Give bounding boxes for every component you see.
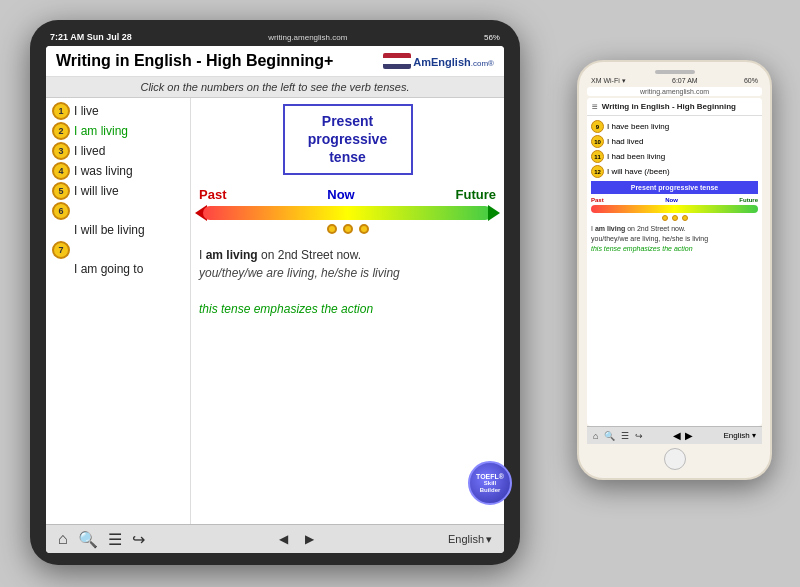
phone-timeline-dot — [682, 215, 688, 221]
list-item[interactable]: 11 I had been living — [591, 150, 758, 163]
tablet-status-bar: 7:21 AM Sun Jul 28 writing.amenglish.com… — [46, 32, 504, 46]
list-item: I will be living — [52, 222, 184, 239]
share-icon[interactable]: ↪ — [132, 530, 145, 549]
phone-speaker — [655, 70, 695, 74]
phone-now-label: Now — [665, 197, 678, 203]
language-selector[interactable]: English ▾ — [448, 533, 492, 546]
phone-share-icon[interactable]: ↪ — [635, 431, 643, 441]
list-item[interactable]: 2 I am living — [52, 122, 184, 140]
right-arrow-icon — [488, 205, 500, 221]
verb-text: I am going to — [74, 261, 143, 278]
timeline-dot-active — [343, 224, 353, 234]
verb-number: 3 — [52, 142, 70, 160]
tense-line3: tense — [295, 148, 401, 166]
example-sub: you/they/we are living, he/she is living — [199, 264, 496, 282]
scene: 7:21 AM Sun Jul 28 writing.amenglish.com… — [0, 0, 800, 587]
example-sentence: I am living on 2nd Street now. — [199, 246, 496, 264]
amenglish-logo: AmEnglish.com® — [383, 52, 494, 70]
phone-language[interactable]: English ▾ — [724, 431, 756, 440]
verb-text: I have been living — [607, 122, 669, 131]
timeline-bar — [203, 206, 492, 220]
phone-timeline-dots — [591, 215, 758, 221]
phone-highlight: am living — [595, 225, 625, 232]
list-item[interactable]: 5 I will live — [52, 182, 184, 200]
verb-number: 5 — [52, 182, 70, 200]
tablet-screen: Writing in English - High Beginning+ AmE… — [46, 46, 504, 553]
bottom-nav: ◀ ▶ — [273, 529, 319, 549]
menu-icon[interactable]: ≡ — [592, 101, 598, 112]
bottom-icons: ⌂ 🔍 ☰ ↪ — [58, 530, 145, 549]
list-item[interactable]: 4 I was living — [52, 162, 184, 180]
phone-home-icon[interactable]: ⌂ — [593, 431, 598, 441]
now-label: Now — [327, 187, 354, 202]
toefl-badge: TOEFL® Skill Builder — [468, 461, 504, 505]
verb-number: 11 — [591, 150, 604, 163]
phone-timeline-dot — [662, 215, 668, 221]
phone-next-button[interactable]: ▶ — [685, 430, 693, 441]
verb-number: 6 — [52, 202, 70, 220]
timeline-dots — [199, 224, 496, 234]
list-item[interactable]: 3 I lived — [52, 142, 184, 160]
phone-timeline-bar — [591, 205, 758, 213]
phone-timeline-labels: Past Now Future — [591, 197, 758, 203]
chevron-down-icon: ▾ — [486, 533, 492, 546]
example-emphasis: this tense emphasizes the action — [199, 300, 496, 318]
toefl-text: TOEFL® — [476, 473, 504, 481]
phone-screen: ≡ Writing in English - High Beginning 9 … — [587, 98, 762, 426]
timeline-labels: Past Now Future — [199, 187, 496, 202]
tablet-content: Click on the numbers on the left to see … — [46, 77, 504, 524]
search-icon[interactable]: 🔍 — [78, 530, 98, 549]
phone-example: I am living on 2nd Street now. you/they/… — [591, 224, 758, 253]
tense-line2: progressive — [295, 130, 401, 148]
timeline-dot — [359, 224, 369, 234]
phone-prev-button[interactable]: ◀ — [673, 430, 681, 441]
phone-header: ≡ Writing in English - High Beginning — [587, 98, 762, 116]
list-item[interactable]: 9 I have been living — [591, 120, 758, 133]
list-item[interactable]: 6 — [52, 202, 184, 220]
phone-url-bar[interactable]: writing.amenglish.com — [587, 87, 762, 96]
verb-list: 1 I live 2 I am living 3 I lived 4 — [46, 98, 191, 524]
future-label: Future — [456, 187, 496, 202]
phone-example-emphasis: this tense emphasizes the action — [591, 244, 758, 254]
phone-bottom-bar: ⌂ 🔍 ☰ ↪ ◀ ▶ English ▾ — [587, 426, 762, 444]
verb-text: I will live — [74, 183, 119, 200]
phone-timeline: Past Now Future — [591, 197, 758, 221]
skill-text: Skill — [484, 480, 496, 487]
tablet-url-inline: writing.amenglish.com — [268, 33, 347, 42]
timeline-area: Past Now Future — [199, 181, 496, 240]
phone-example-sentence: I am living on 2nd Street now. — [591, 224, 758, 234]
tablet-header: Writing in English - High Beginning+ AmE… — [46, 46, 504, 77]
list-item[interactable]: 1 I live — [52, 102, 184, 120]
tablet: 7:21 AM Sun Jul 28 writing.amenglish.com… — [30, 20, 520, 565]
tablet-time: 7:21 AM Sun Jul 28 — [50, 32, 132, 42]
prev-button[interactable]: ◀ — [273, 529, 293, 549]
tablet-title: Writing in English - High Beginning+ — [56, 52, 333, 70]
list-item[interactable]: 10 I had lived — [591, 135, 758, 148]
list-item[interactable]: 7 — [52, 241, 184, 259]
right-panel: Present progressive tense Past Now Futur… — [191, 98, 504, 524]
past-label: Past — [199, 187, 226, 202]
example-highlight: am living — [206, 248, 258, 262]
phone-battery: 60% — [744, 77, 758, 85]
phone-search-icon[interactable]: 🔍 — [604, 431, 615, 441]
list-icon[interactable]: ☰ — [108, 530, 122, 549]
phone-bottom-icons: ⌂ 🔍 ☰ ↪ — [593, 431, 643, 441]
verb-text: I live — [74, 103, 99, 120]
verb-text: I had been living — [607, 152, 665, 161]
tense-line1: Present — [295, 112, 401, 130]
list-item[interactable]: 12 I will have (/been) — [591, 165, 758, 178]
phone-list-icon[interactable]: ☰ — [621, 431, 629, 441]
instruction-bar: Click on the numbers on the left to see … — [46, 77, 504, 98]
verb-text: I am living — [74, 123, 128, 140]
verb-number: 12 — [591, 165, 604, 178]
phone-past-label: Past — [591, 197, 604, 203]
example-text: I am living on 2nd Street now. you/they/… — [199, 246, 496, 318]
verb-text: I will be living — [74, 222, 145, 239]
phone-home-button[interactable] — [664, 448, 686, 470]
tense-box: Present progressive tense — [283, 104, 413, 175]
timeline-dot — [327, 224, 337, 234]
home-icon[interactable]: ⌂ — [58, 530, 68, 548]
verb-text: I lived — [74, 143, 105, 160]
next-button[interactable]: ▶ — [299, 529, 319, 549]
tablet-battery: 56% — [484, 33, 500, 42]
